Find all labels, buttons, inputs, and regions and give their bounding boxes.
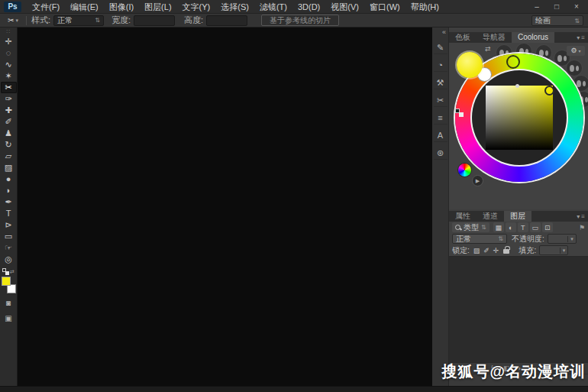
lock-transparent-pixels-icon[interactable]: ▨ [473,247,480,254]
filter-toggle-icon[interactable]: ⚑ [579,224,585,232]
menu-image[interactable]: 图像(I) [104,0,139,14]
tab-properties[interactable]: 属性 [449,211,477,222]
lock-image-pixels-icon[interactable]: ✐ [483,247,489,254]
harmony-tetrad-icon[interactable] [567,60,582,76]
eraser-tool-icon: ▱ [5,151,11,162]
menu-3d[interactable]: 3D(D) [292,0,325,14]
height-input[interactable] [206,15,247,26]
path-selection-tool-button[interactable]: ⊳ [1,219,17,231]
screen-mode-button[interactable]: ▣ [5,314,11,324]
height-label: 高度: [184,15,203,26]
eyedropper-tool-button[interactable]: ✑ [1,93,17,105]
blend-mode-select[interactable]: 正常 ⇅ [452,234,507,244]
move-tool-button[interactable]: ✛ [1,36,17,47]
saturation-value-square[interactable] [486,86,553,150]
panel-menu-icon[interactable]: ▾ ≡ [577,211,588,222]
panel-menu-icon[interactable]: ▾ ≡ [577,32,588,43]
menu-view[interactable]: 视图(V) [325,0,364,14]
panel-grip-icon[interactable]: ∷ [6,28,10,36]
menu-select[interactable]: 选择(S) [215,0,254,14]
expand-panels-icon[interactable]: « [442,28,448,37]
style-select[interactable]: 正常 ⇅ [53,15,104,26]
minimize-button[interactable]: – [527,2,547,12]
hand-tool-button[interactable]: ☞ [1,242,17,254]
default-colors-icon[interactable] [2,268,9,275]
menu-file[interactable]: 文件(F) [27,0,65,14]
filter-type-layers-icon[interactable]: T [518,222,528,232]
width-input[interactable] [134,15,175,26]
marquee-tool-button[interactable]: ◌ [1,47,17,59]
active-tool-badge[interactable]: ✂ ▾ [5,16,21,24]
filter-pixel-layers-icon[interactable]: ▦ [493,222,504,232]
lock-all-icon[interactable] [503,249,509,254]
zoom-tool-button[interactable]: ◎ [1,254,17,265]
canvas-area[interactable] [18,28,432,386]
slice-tool-button[interactable]: ✂ [1,82,17,93]
layer-filter-select[interactable]: 类型 ⇅ [452,222,489,232]
updown-icon: ⇅ [95,17,100,24]
character-panel-icon[interactable]: A [434,129,447,142]
coolorus-settings-button[interactable]: ⚙ ▾ [567,46,585,56]
filter-shape-layers-icon[interactable]: ▭ [530,222,541,232]
coolorus-body: ⚙ ▾ ⇄ ▶ [449,43,588,209]
maximize-button[interactable]: □ [547,2,567,12]
marquee-tool-icon: ◌ [6,47,11,59]
coolorus-foreground-swatch[interactable] [457,52,483,78]
tab-swatches[interactable]: 色板 [449,32,477,43]
adjustments-panel-icon[interactable]: ≡ [434,112,447,125]
filter-adjustment-layers-icon[interactable]: ◐ [506,222,516,232]
gradient-tool-button[interactable]: ▨ [1,162,17,173]
default-colors-icon[interactable] [455,109,464,117]
path-selection-tool-icon: ⊳ [5,219,11,231]
ps-logo: Ps [4,2,21,12]
workspace-select[interactable]: 绘画 ⇅ [531,15,583,26]
hue-marker[interactable] [506,55,520,69]
fill-input[interactable]: ▾ [539,245,568,255]
blur-tool-button[interactable]: ● [1,173,17,185]
swap-colors-icon[interactable]: ⇄ [485,45,491,53]
menu-edit[interactable]: 编辑(E) [65,0,104,14]
type-tool-button[interactable]: T [1,208,17,219]
quick-mask-button[interactable]: ◙ [6,299,11,309]
tool-presets-panel-icon[interactable]: ⚒ [434,76,447,89]
rgb-wheel-toggle-icon[interactable] [458,164,471,177]
spot-healing-tool-button[interactable]: ✚ [1,105,17,116]
collapsed-panel-dock: « ✎ ◔ ⚒ ✂ ≡ A ⊛ [432,28,449,386]
dodge-tool-button[interactable]: ◗ [1,185,17,196]
shape-tool-button[interactable]: ▭ [1,231,17,242]
opacity-input[interactable]: ▾ [548,234,577,244]
eraser-tool-button[interactable]: ▱ [1,151,17,162]
lock-position-icon[interactable]: ✛ [493,247,499,254]
brush-tool-button[interactable]: ✐ [1,116,17,128]
timeline-panel-icon[interactable]: ⊛ [434,147,447,160]
menu-help[interactable]: 帮助(H) [405,0,444,14]
color-picker-marker[interactable] [544,86,554,96]
menu-type[interactable]: 文字(Y) [177,0,216,14]
history-brush-tool-button[interactable]: ↻ [1,139,17,151]
menu-window[interactable]: 窗口(W) [364,0,405,14]
menu-layer[interactable]: 图层(L) [139,0,176,14]
quick-selection-tool-button[interactable]: ✶ [1,70,17,82]
updown-icon: ⇅ [481,224,486,231]
menu-filter[interactable]: 滤镜(T) [254,0,292,14]
filter-smart-objects-icon[interactable]: ⊡ [542,222,553,232]
layers-list[interactable] [449,256,588,363]
foreground-color-swatch[interactable] [2,277,11,286]
brush-settings-panel-icon[interactable]: ✎ [434,41,447,54]
move-tool-icon: ✛ [5,36,11,47]
close-button[interactable]: × [567,2,586,12]
lasso-tool-button[interactable]: ∿ [1,59,17,70]
tab-layers[interactable]: 图层 [504,211,531,222]
tab-channels[interactable]: 通道 [477,211,504,222]
tab-coolorus[interactable]: Coolorus [512,32,554,43]
clone-stamp-tool-button[interactable]: ♟ [1,128,17,139]
blend-row: 正常 ⇅ 不透明度: ▾ [449,233,588,245]
slices-from-guides-button[interactable]: 基于参考线的切片 [261,15,339,26]
clone-source-panel-icon[interactable]: ◔ [434,59,447,72]
coolorus-play-button[interactable]: ▶ [472,175,483,186]
opacity-label: 不透明度: [512,234,544,245]
tab-navigator[interactable]: 导航器 [477,32,512,43]
measurement-panel-icon[interactable]: ✂ [434,94,447,107]
swap-colors-icon[interactable]: ⇄ [10,269,15,275]
pen-tool-button[interactable]: ✒ [1,196,17,208]
